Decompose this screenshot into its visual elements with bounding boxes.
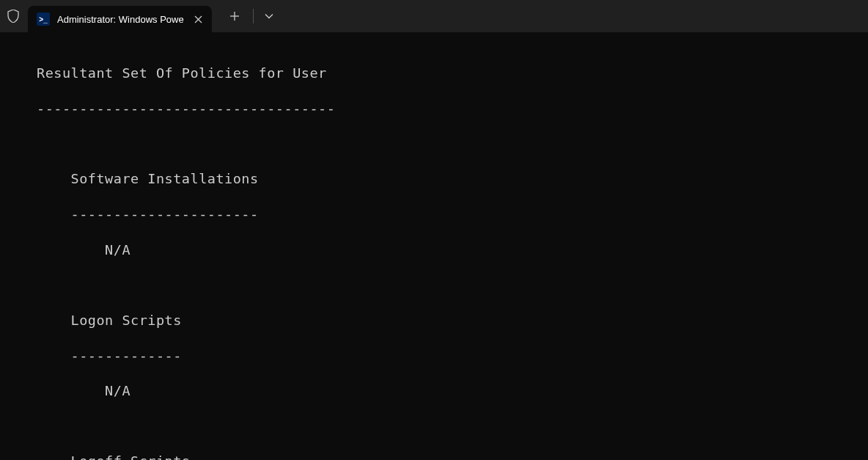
titlebar: >_ Administrator: Windows Powe [0,0,868,32]
section-title: Software Installations [37,170,861,188]
section-title: Logon Scripts [37,312,861,329]
output-blank [37,277,861,294]
output-header-underline: ----------------------------------- [37,100,861,117]
tab-title: Administrator: Windows Powe [57,14,184,25]
terminal-output[interactable]: Resultant Set Of Policies for User -----… [0,32,868,460]
section-underline: ------------- [37,347,861,365]
divider [253,9,254,23]
output-blank [37,417,861,435]
section-title: Logoff Scripts [37,453,861,460]
close-icon[interactable] [193,13,205,25]
tab-powershell[interactable]: >_ Administrator: Windows Powe [28,6,212,32]
tab-dropdown-button[interactable] [258,5,280,27]
section-underline: ---------------------- [37,205,861,223]
output-blank [37,135,861,153]
section-value: N/A [37,241,861,259]
new-tab-button[interactable] [224,5,246,27]
output-header: Resultant Set Of Policies for User [37,65,861,82]
powershell-icon: >_ [37,12,50,26]
shield-icon [6,9,21,23]
section-value: N/A [37,382,861,400]
